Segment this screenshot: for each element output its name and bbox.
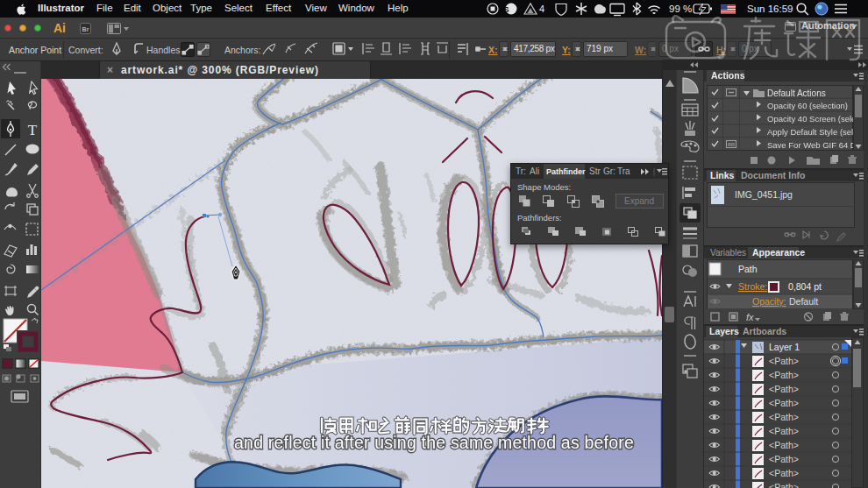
svg-text:Appearance: Appearance [752, 247, 805, 258]
svg-text:Default Actions: Default Actions [767, 88, 826, 98]
svg-text:Tra: Tra [617, 166, 630, 176]
svg-text:fx: fx [746, 312, 754, 322]
svg-text:Variables: Variables [710, 248, 746, 258]
svg-text:Document Info: Document Info [741, 170, 806, 180]
svg-text:Str: Str [589, 166, 601, 176]
svg-text:<Path>: <Path> [769, 356, 799, 366]
svg-text:4: 4 [539, 4, 544, 14]
svg-text:Gr:: Gr: [603, 166, 615, 176]
svg-text:Links: Links [710, 170, 735, 180]
svg-text:Actions: Actions [711, 70, 745, 81]
svg-text:and reflect it after using the: and reflect it after using the same meth… [234, 433, 634, 452]
svg-text:Shape Modes:: Shape Modes: [517, 182, 571, 192]
svg-text:T: T [28, 122, 38, 138]
svg-text:Pathfinders:: Pathfinders: [517, 213, 562, 223]
svg-text:Br: Br [82, 26, 89, 32]
svg-text:Layers: Layers [709, 326, 739, 336]
svg-text:Pathfinder: Pathfinder [546, 167, 586, 176]
svg-text:Default: Default [789, 296, 818, 307]
svg-text:Opacity 40 Screen (selecti...: Opacity 40 Screen (selecti... [767, 114, 868, 124]
svg-text:Expand: Expand [624, 196, 654, 206]
svg-text:Layer 1: Layer 1 [769, 342, 800, 352]
svg-text:Opacity:: Opacity: [752, 296, 786, 307]
svg-text:IMG_0451.jpg: IMG_0451.jpg [735, 189, 793, 200]
svg-text:Apply Default Style (select...: Apply Default Style (select... [767, 127, 868, 137]
svg-text:Ali: Ali [530, 166, 539, 176]
svg-text:Save For Web GIF 64 Dithe..: Save For Web GIF 64 Dithe.. [767, 140, 868, 150]
svg-text:Artboards: Artboards [743, 326, 786, 336]
svg-text:Opacity 60 (selection): Opacity 60 (selection) [767, 101, 848, 110]
svg-text:S: S [503, 4, 509, 14]
svg-text:0,804 pt: 0,804 pt [788, 281, 822, 292]
svg-text:Stroke:: Stroke: [738, 281, 767, 292]
svg-text:Tr:: Tr: [516, 166, 526, 176]
svg-text:Path: Path [738, 264, 758, 274]
